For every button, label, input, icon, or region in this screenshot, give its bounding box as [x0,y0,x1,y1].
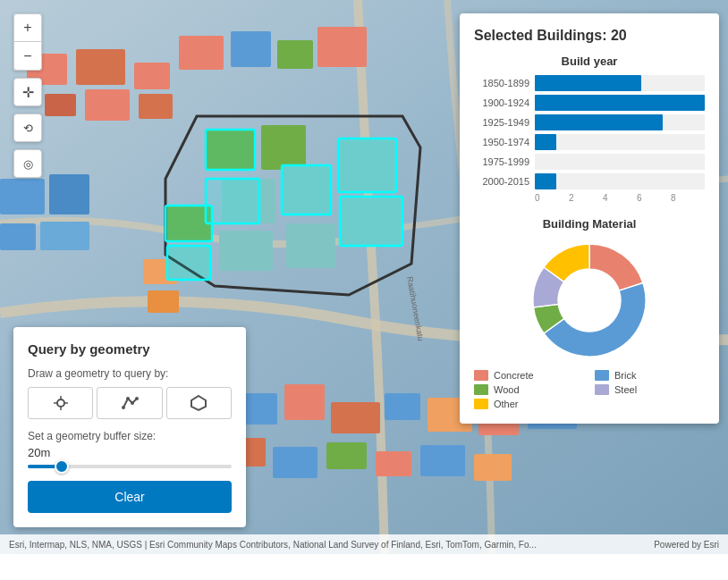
query-panel: Query by geometry Draw a geometry to que… [13,327,246,527]
bar-track [535,134,705,150]
svg-marker-69 [191,396,206,410]
legend-label: Steel [614,384,637,395]
svg-point-65 [122,406,125,409]
donut-chart: Building Material Concrete Brick Wood St… [474,217,705,409]
bar-fill [535,95,705,111]
legend-label: Brick [614,370,636,381]
svg-rect-41 [261,125,306,170]
axis-label: 8 [671,193,705,203]
bar-track [535,95,705,111]
draw-polyline-button[interactable] [97,387,162,419]
svg-rect-52 [282,165,331,214]
svg-rect-13 [231,31,271,67]
bar-row: 1975-1999 [474,154,705,170]
svg-rect-10 [0,223,36,250]
buffer-value: 20m [28,446,232,459]
bar-track [535,154,705,170]
pan-button[interactable]: ✛ [13,78,42,106]
donut-segment [589,244,643,290]
svg-rect-1 [76,49,125,85]
slider-container [28,465,232,468]
svg-rect-36 [326,442,367,469]
legend-label: Concrete [494,370,534,381]
svg-point-68 [135,397,139,400]
draw-tools [28,387,232,419]
svg-rect-37 [376,451,411,476]
svg-rect-27 [385,393,420,420]
legend-color [474,384,488,395]
svg-rect-4 [85,89,130,121]
svg-rect-8 [0,179,45,214]
slider-track [28,465,232,468]
legend-item: Brick [595,370,705,381]
draw-point-button[interactable] [28,387,93,419]
zoom-out-button[interactable]: − [13,42,42,71]
powered-by: Powered by Esri [654,540,719,550]
svg-rect-38 [420,445,465,476]
zoom-controls: + − [13,13,42,71]
legend-item: Concrete [474,370,584,381]
bar-row: 1850-1899 [474,75,705,91]
svg-point-66 [126,397,130,400]
bar-label: 1850-1899 [474,78,529,88]
bar-track [535,114,705,130]
svg-rect-5 [139,94,173,119]
bar-track [535,173,705,189]
clear-button[interactable]: Clear [28,481,232,513]
svg-rect-15 [317,27,367,67]
legend-color [595,384,609,395]
attribution-bar: Esri, Intermap, NLS, NMA, USGS | Esri Co… [0,534,728,554]
legend-item: Steel [595,384,705,395]
svg-rect-2 [134,63,170,89]
bar-label: 1975-1999 [474,156,529,167]
rotate-button[interactable]: ⟲ [13,113,42,142]
bar-row: 1925-1949 [474,114,705,130]
bar-axis: 02468 [535,193,705,203]
compass-button[interactable]: ◎ [13,149,42,178]
svg-rect-53 [338,139,396,192]
attribution-text: Esri, Intermap, NLS, NMA, USGS | Esri Co… [9,540,537,550]
buffer-label: Set a geometry buffer size: [28,430,232,442]
legend-label: Wood [494,384,520,395]
svg-rect-57 [206,130,255,170]
stats-title: Selected Buildings: 20 [474,28,705,44]
bar-chart: Build year 1850-1899 1900-1924 1925-1949… [474,55,705,203]
svg-rect-46 [286,223,335,268]
map-container: Puistokatu Raatihuoneenkatu + − ✛ ⟲ ◎ Qu… [0,0,728,554]
bar-row: 2000-2015 [474,173,705,189]
svg-rect-14 [277,40,313,69]
legend-item: Other [474,399,584,409]
svg-rect-39 [474,454,512,481]
bar-label: 1925-1949 [474,117,529,128]
bar-row: 1900-1924 [474,95,705,111]
svg-point-60 [57,399,64,407]
bar-label: 2000-2015 [474,176,529,187]
svg-rect-7 [148,290,179,313]
legend-item: Wood [474,384,584,395]
svg-rect-25 [284,384,325,420]
svg-rect-56 [167,246,210,280]
svg-rect-51 [206,179,259,223]
legend-label: Other [494,399,519,409]
slider-thumb[interactable] [55,459,69,474]
bar-fill [535,173,556,189]
legend-color [474,399,488,409]
svg-rect-9 [49,174,89,214]
zoom-in-button[interactable]: + [13,13,42,42]
axis-label: 4 [603,193,637,203]
legend-color [595,370,609,381]
query-panel-title: Query by geometry [28,341,232,357]
donut-legend: Concrete Brick Wood Steel Other [474,370,705,409]
svg-rect-47 [219,231,273,271]
draw-polygon-button[interactable] [166,387,232,419]
donut-chart-title: Building Material [543,217,637,231]
svg-rect-3 [45,94,76,116]
bar-fill [535,114,663,130]
svg-rect-54 [340,197,402,246]
donut-svg [527,238,652,363]
svg-rect-11 [40,222,89,250]
polyline-icon [121,394,139,412]
bar-label: 1950-1974 [474,137,529,147]
point-icon [52,394,70,412]
bar-label: 1900-1924 [474,97,529,108]
